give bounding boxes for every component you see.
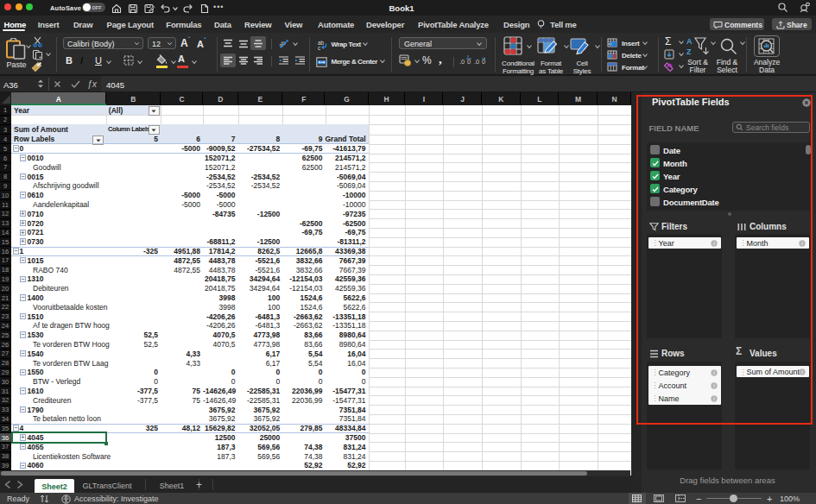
svg-text:ab: ab — [278, 40, 288, 48]
svg-text:0: 0 — [467, 58, 471, 66]
svg-text:Z: Z — [686, 47, 692, 56]
svg-text:.0: .0 — [459, 58, 465, 66]
svg-text:0: 0 — [482, 58, 485, 66]
svg-text:.0: .0 — [474, 58, 479, 66]
svg-text:A: A — [686, 37, 693, 46]
